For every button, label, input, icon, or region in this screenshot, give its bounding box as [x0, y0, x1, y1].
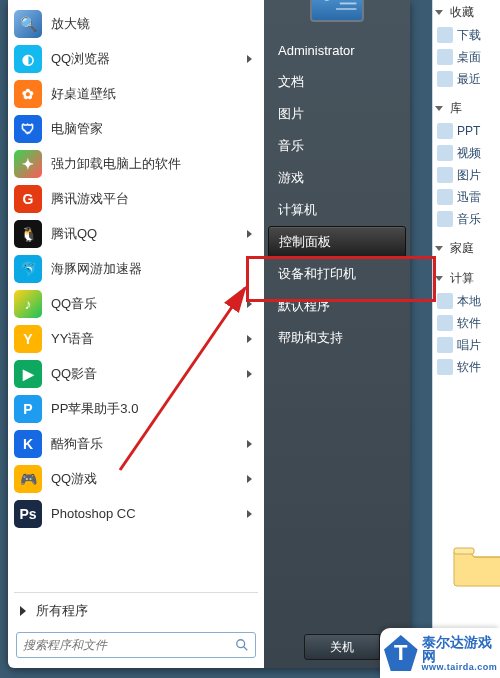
right-item-label: 控制面板	[279, 233, 331, 251]
submenu-arrow-icon	[247, 370, 252, 378]
program-icon: G	[14, 185, 42, 213]
right-item[interactable]: 帮助和支持	[264, 322, 410, 354]
item-icon	[437, 315, 453, 331]
item-icon	[437, 145, 453, 161]
right-item-label: 设备和打印机	[278, 265, 356, 283]
explorer-group-label: 库	[450, 100, 462, 117]
all-programs[interactable]: 所有程序	[10, 595, 262, 627]
explorer-group[interactable]: 家庭	[433, 236, 500, 260]
program-label: PP苹果助手3.0	[51, 400, 256, 418]
item-icon	[437, 27, 453, 43]
program-label: QQ影音	[51, 365, 247, 383]
explorer-group-label: 收藏	[450, 4, 474, 21]
explorer-item-label: 桌面	[457, 49, 481, 66]
explorer-item-label: 唱片	[457, 337, 481, 354]
program-item[interactable]: ♪QQ音乐	[10, 286, 262, 321]
right-item[interactable]: 计算机	[264, 194, 410, 226]
search-box[interactable]	[16, 632, 256, 658]
program-item[interactable]: PsPhotoshop CC	[10, 496, 262, 531]
user-picture[interactable]	[310, 0, 364, 22]
user-picture-icon	[312, 0, 362, 21]
program-item[interactable]: ✿好桌道壁纸	[10, 76, 262, 111]
item-icon	[437, 167, 453, 183]
program-icon: ✿	[14, 80, 42, 108]
submenu-arrow-icon	[247, 335, 252, 343]
program-item[interactable]: ◐QQ浏览器	[10, 41, 262, 76]
right-item-label: 文档	[278, 73, 304, 91]
item-icon	[437, 337, 453, 353]
right-item[interactable]: 音乐	[264, 130, 410, 162]
program-icon: K	[14, 430, 42, 458]
explorer-group[interactable]: 库	[433, 96, 500, 120]
submenu-arrow-icon	[247, 230, 252, 238]
shutdown-button[interactable]: 关机	[304, 634, 380, 660]
item-icon	[437, 211, 453, 227]
program-item[interactable]: K酷狗音乐	[10, 426, 262, 461]
explorer-item[interactable]: 软件	[433, 312, 500, 334]
explorer-item[interactable]: 音乐	[433, 208, 500, 230]
search-input[interactable]	[23, 638, 235, 652]
explorer-item[interactable]: 桌面	[433, 46, 500, 68]
explorer-item-label: 迅雷	[457, 189, 481, 206]
explorer-item[interactable]: 下载	[433, 24, 500, 46]
explorer-item[interactable]: 最近	[433, 68, 500, 90]
right-item[interactable]: 默认程序	[264, 290, 410, 322]
explorer-item-label: PPT	[457, 124, 480, 138]
svg-point-2	[321, 0, 332, 1]
right-item[interactable]: 设备和打印机	[264, 258, 410, 290]
program-item[interactable]: ▶QQ影音	[10, 356, 262, 391]
program-item[interactable]: 🎮QQ游戏	[10, 461, 262, 496]
program-icon: ▶	[14, 360, 42, 388]
svg-rect-3	[340, 3, 357, 5]
program-item[interactable]: 🐬海豚网游加速器	[10, 251, 262, 286]
submenu-arrow-icon	[247, 300, 252, 308]
program-item[interactable]: G腾讯游戏平台	[10, 181, 262, 216]
watermark: T 泰尔达游戏网 www.tairda.com	[380, 628, 500, 678]
explorer-item[interactable]: 软件	[433, 356, 500, 378]
program-icon: Y	[14, 325, 42, 353]
program-item[interactable]: PPP苹果助手3.0	[10, 391, 262, 426]
submenu-arrow-icon	[247, 440, 252, 448]
divider	[14, 592, 258, 593]
explorer-group[interactable]: 计算	[433, 266, 500, 290]
explorer-group[interactable]: 收藏	[433, 0, 500, 24]
program-item[interactable]: 🛡电脑管家	[10, 111, 262, 146]
explorer-item[interactable]: 图片	[433, 164, 500, 186]
program-label: 酷狗音乐	[51, 435, 247, 453]
explorer-item[interactable]: 视频	[433, 142, 500, 164]
explorer-item[interactable]: 唱片	[433, 334, 500, 356]
right-item[interactable]: 文档	[264, 66, 410, 98]
program-label: 放大镜	[51, 15, 256, 33]
shutdown-label: 关机	[330, 639, 354, 656]
explorer-item-label: 本地	[457, 293, 481, 310]
program-label: QQ音乐	[51, 295, 247, 313]
program-label: 腾讯游戏平台	[51, 190, 256, 208]
right-item-control-panel[interactable]: 控制面板	[268, 226, 406, 258]
chevron-down-icon	[435, 246, 443, 251]
user-name-label: Administrator	[278, 43, 355, 58]
svg-line-1	[244, 647, 248, 651]
program-label: 电脑管家	[51, 120, 256, 138]
program-label: QQ浏览器	[51, 50, 247, 68]
program-item[interactable]: YYY语音	[10, 321, 262, 356]
explorer-item[interactable]: 迅雷	[433, 186, 500, 208]
all-programs-arrow-icon	[20, 606, 26, 616]
svg-rect-6	[454, 548, 474, 554]
explorer-item-label: 下载	[457, 27, 481, 44]
program-item[interactable]: 🔍放大镜	[10, 6, 262, 41]
program-icon: ✦	[14, 150, 42, 178]
user-name[interactable]: Administrator	[264, 34, 410, 66]
folder-large-icon[interactable]	[450, 540, 500, 588]
program-item[interactable]: ✦强力卸载电脑上的软件	[10, 146, 262, 181]
explorer-item[interactable]: PPT	[433, 120, 500, 142]
explorer-item-label: 最近	[457, 71, 481, 88]
explorer-item[interactable]: 本地	[433, 290, 500, 312]
program-icon: 🐧	[14, 220, 42, 248]
right-item[interactable]: 图片	[264, 98, 410, 130]
submenu-arrow-icon	[247, 55, 252, 63]
right-item[interactable]: 游戏	[264, 162, 410, 194]
program-icon: 🔍	[14, 10, 42, 38]
program-icon: Ps	[14, 500, 42, 528]
program-item[interactable]: 🐧腾讯QQ	[10, 216, 262, 251]
program-label: YY语音	[51, 330, 247, 348]
